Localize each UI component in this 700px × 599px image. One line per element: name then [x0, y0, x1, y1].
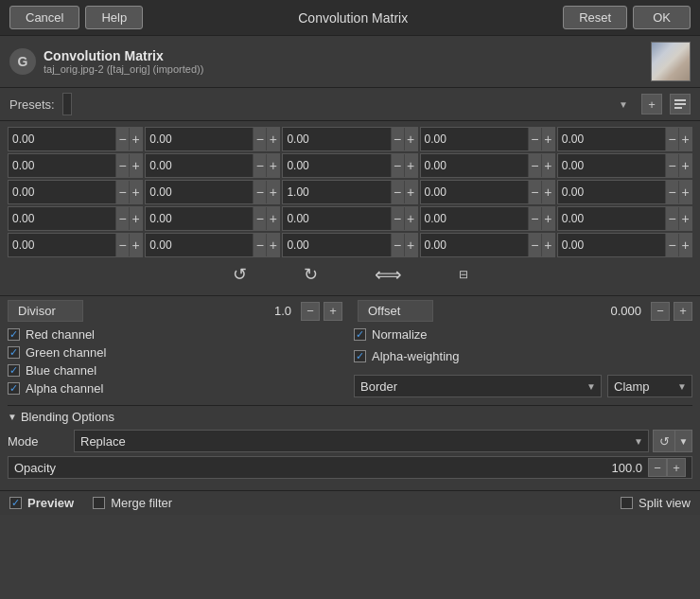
matrix-minus-2-2[interactable]: −	[391, 181, 404, 203]
normalize-row[interactable]: Normalize	[354, 327, 692, 342]
help-button[interactable]: Help	[85, 6, 143, 29]
presets-add-button[interactable]: +	[641, 94, 662, 115]
matrix-plus-2-2[interactable]: +	[404, 181, 417, 203]
split-view-checkbox[interactable]	[621, 497, 633, 509]
matrix-input-3-3[interactable]	[421, 212, 528, 225]
matrix-input-2-4[interactable]	[558, 185, 665, 199]
presets-select[interactable]	[62, 93, 72, 115]
matrix-minus-2-3[interactable]: −	[528, 181, 541, 203]
matrix-plus-1-1[interactable]: +	[266, 154, 279, 177]
matrix-input-3-4[interactable]	[558, 212, 665, 225]
offset-decrease-button[interactable]: −	[651, 302, 670, 321]
preview-checkbox[interactable]	[9, 497, 22, 509]
matrix-minus-3-3[interactable]: −	[528, 207, 541, 230]
blue-channel-row[interactable]: Blue channel	[8, 363, 346, 378]
matrix-plus-3-3[interactable]: +	[541, 207, 554, 230]
matrix-minus-3-1[interactable]: −	[253, 207, 266, 230]
matrix-plus-2-1[interactable]: +	[266, 181, 279, 203]
matrix-minus-4-1[interactable]: −	[253, 234, 266, 256]
matrix-minus-0-1[interactable]: −	[253, 128, 266, 150]
blue-channel-checkbox[interactable]	[8, 364, 20, 377]
matrix-minus-4-3[interactable]: −	[528, 234, 541, 256]
matrix-minus-4-0[interactable]: −	[115, 234, 129, 256]
matrix-plus-4-0[interactable]: +	[129, 234, 142, 256]
matrix-input-3-2[interactable]	[283, 212, 390, 225]
clamp-select[interactable]: Clamp Wrap Extend Crop	[607, 375, 692, 397]
blending-header[interactable]: ▼ Blending Options	[8, 410, 692, 424]
alpha-weighting-row[interactable]: Alpha-weighting	[354, 349, 692, 363]
matrix-plus-1-0[interactable]: +	[129, 154, 142, 177]
matrix-minus-0-3[interactable]: −	[528, 128, 541, 150]
opacity-increase-button[interactable]: +	[667, 458, 686, 477]
divisor-decrease-button[interactable]: −	[301, 302, 320, 321]
rotate-right-button[interactable]: ↻	[304, 264, 318, 285]
matrix-plus-4-4[interactable]: +	[678, 234, 691, 256]
matrix-input-4-0[interactable]	[9, 238, 115, 252]
matrix-input-3-1[interactable]	[146, 212, 253, 225]
matrix-plus-3-4[interactable]: +	[678, 207, 691, 230]
red-channel-checkbox[interactable]	[8, 328, 20, 341]
red-channel-row[interactable]: Red channel	[8, 327, 346, 342]
matrix-plus-3-1[interactable]: +	[266, 207, 279, 230]
matrix-plus-1-3[interactable]: +	[541, 154, 554, 177]
matrix-plus-4-2[interactable]: +	[404, 234, 417, 256]
cancel-button[interactable]: Cancel	[9, 6, 79, 29]
matrix-plus-1-4[interactable]: +	[678, 154, 691, 177]
matrix-plus-3-0[interactable]: +	[129, 207, 142, 230]
matrix-input-2-1[interactable]	[146, 185, 253, 199]
merge-filter-row[interactable]: Merge filter	[93, 496, 172, 510]
offset-increase-button[interactable]: +	[674, 302, 692, 321]
matrix-input-1-1[interactable]	[146, 159, 253, 172]
matrix-plus-4-1[interactable]: +	[266, 234, 279, 256]
matrix-input-2-0[interactable]	[9, 185, 115, 199]
matrix-plus-2-3[interactable]: +	[541, 181, 554, 203]
matrix-input-3-0[interactable]	[9, 212, 115, 225]
normalize-checkbox[interactable]	[354, 328, 366, 341]
alpha-channel-checkbox[interactable]	[8, 382, 20, 395]
alpha-weighting-checkbox[interactable]	[354, 350, 366, 362]
matrix-minus-2-0[interactable]: −	[115, 181, 129, 203]
matrix-plus-1-2[interactable]: +	[404, 154, 417, 177]
split-view-row[interactable]: Split view	[621, 496, 691, 510]
rotate-left-button[interactable]: ↺	[233, 264, 247, 285]
mode-reset-button[interactable]: ↺	[653, 430, 675, 452]
matrix-plus-0-1[interactable]: +	[266, 128, 279, 150]
matrix-input-1-0[interactable]	[9, 159, 115, 172]
alpha-channel-row[interactable]: Alpha channel	[8, 381, 346, 396]
reset-button[interactable]: Reset	[563, 6, 627, 29]
matrix-input-0-4[interactable]	[558, 132, 665, 146]
matrix-plus-2-0[interactable]: +	[129, 181, 142, 203]
matrix-input-2-2[interactable]	[283, 185, 390, 199]
matrix-input-0-3[interactable]	[421, 132, 528, 146]
matrix-minus-0-0[interactable]: −	[115, 128, 129, 150]
matrix-input-4-2[interactable]	[283, 238, 390, 252]
matrix-minus-1-3[interactable]: −	[528, 154, 541, 177]
matrix-minus-1-4[interactable]: −	[665, 154, 678, 177]
matrix-minus-1-2[interactable]: −	[391, 154, 404, 177]
matrix-input-0-2[interactable]	[283, 132, 390, 146]
matrix-minus-3-2[interactable]: −	[391, 207, 404, 230]
green-channel-row[interactable]: Green channel	[8, 345, 346, 360]
matrix-plus-0-2[interactable]: +	[404, 128, 417, 150]
matrix-input-4-1[interactable]	[146, 238, 253, 252]
flip-vertical-button[interactable]: ⊟	[459, 269, 468, 280]
matrix-plus-2-4[interactable]: +	[678, 181, 691, 203]
matrix-plus-0-3[interactable]: +	[541, 128, 554, 150]
matrix-minus-0-2[interactable]: −	[391, 128, 404, 150]
matrix-minus-1-0[interactable]: −	[115, 154, 129, 177]
matrix-plus-3-2[interactable]: +	[404, 207, 417, 230]
mode-dropdown-button[interactable]: ▼	[675, 430, 692, 452]
matrix-input-1-3[interactable]	[421, 159, 528, 172]
matrix-minus-4-4[interactable]: −	[665, 234, 678, 256]
matrix-minus-3-0[interactable]: −	[115, 207, 129, 230]
ok-button[interactable]: OK	[633, 6, 691, 29]
matrix-minus-2-4[interactable]: −	[665, 181, 678, 203]
matrix-minus-1-1[interactable]: −	[253, 154, 266, 177]
matrix-plus-4-3[interactable]: +	[541, 234, 554, 256]
matrix-minus-0-4[interactable]: −	[665, 128, 678, 150]
matrix-minus-2-1[interactable]: −	[253, 181, 266, 203]
matrix-plus-0-4[interactable]: +	[678, 128, 691, 150]
border-select[interactable]: Border	[354, 375, 602, 397]
matrix-input-0-0[interactable]	[9, 132, 115, 146]
matrix-input-0-1[interactable]	[146, 132, 253, 146]
